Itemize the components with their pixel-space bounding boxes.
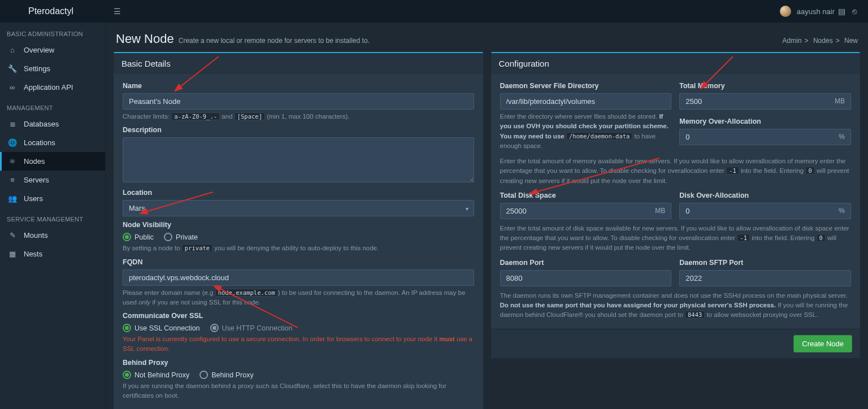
home-icon: ⌂ — [8, 46, 17, 54]
total-disk-label: Total Disk Space — [500, 192, 672, 199]
create-node-button[interactable]: Create Node — [793, 335, 852, 353]
breadcrumb-admin[interactable]: Admin — [783, 37, 802, 45]
name-label: Name — [123, 82, 474, 90]
ssl-warning: Your Panel is currently configured to us… — [123, 334, 474, 354]
description-label: Description — [123, 126, 474, 134]
topbar: Pterodactyl ☰ aayush nair ▤ ⎋ — [0, 0, 868, 23]
breadcrumb-new: New — [844, 37, 858, 45]
basic-details-title: Basic Details — [114, 53, 483, 74]
th-icon: ▦ — [8, 250, 17, 258]
memory-help: Enter the total amount of memory availab… — [500, 156, 852, 186]
sidebar-item-application-api[interactable]: ∞Application API — [0, 78, 105, 97]
avatar — [780, 6, 791, 17]
memory-over-unit: % — [833, 129, 851, 145]
daemon-port-input[interactable] — [500, 270, 672, 286]
sidebar-item-databases[interactable]: ≣Databases — [0, 115, 105, 133]
radio-icon — [123, 324, 131, 332]
daemon-dir-label: Daemon Server File Directory — [500, 82, 672, 90]
sidebar-item-label: Application API — [24, 83, 73, 92]
radio-icon — [123, 233, 131, 241]
fqdn-input[interactable] — [123, 269, 474, 286]
grid-icon[interactable]: ▤ — [835, 7, 849, 16]
link-icon: ∞ — [8, 83, 17, 92]
content: New Node Create a new local or remote no… — [106, 23, 868, 409]
sidebar-section-title: SERVICE MANAGEMENT — [0, 208, 105, 226]
memory-unit: MB — [829, 93, 851, 110]
sidebar: BASIC ADMINISTRATION⌂Overview🔧Settings∞A… — [0, 23, 106, 409]
daemon-port-label: Daemon Port — [500, 259, 672, 267]
sidebar-item-servers[interactable]: ≡Servers — [0, 171, 105, 189]
proxy-help: If you are running the daemon behind a p… — [123, 381, 474, 401]
daemon-dir-help: Enter the directory where server files s… — [500, 112, 672, 151]
sidebar-item-label: Users — [24, 194, 43, 203]
proxy-behind[interactable]: Behind Proxy — [199, 370, 253, 379]
page-title: New Node — [116, 32, 174, 46]
memory-over-label: Memory Over-Allocation — [679, 118, 851, 125]
port-help: The daemon runs its own SFTP management … — [500, 291, 852, 320]
radio-icon — [123, 371, 131, 379]
users-icon: 👥 — [8, 194, 17, 203]
disk-over-input[interactable] — [679, 203, 833, 219]
radio-icon — [210, 324, 219, 332]
database-icon: ≣ — [8, 120, 17, 128]
sidebar-item-label: Nodes — [24, 157, 45, 166]
sidebar-item-mounts[interactable]: ✎Mounts — [0, 226, 105, 245]
server-icon: ≡ — [8, 176, 17, 184]
sftp-port-label: Daemon SFTP Port — [679, 259, 851, 267]
logout-icon[interactable]: ⎋ — [849, 7, 860, 16]
page-subtitle: Create a new local or remote node for se… — [179, 37, 370, 45]
ssl-use-ssl[interactable]: Use SSL Connection — [123, 323, 200, 332]
menu-toggle-icon[interactable]: ☰ — [106, 7, 129, 16]
fqdn-help: Please enter domain name (e.g node.examp… — [123, 288, 474, 308]
sidebar-item-locations[interactable]: 🌐Locations — [0, 133, 105, 152]
total-memory-input[interactable] — [679, 93, 829, 110]
sidebar-section-title: BASIC ADMINISTRATION — [0, 23, 105, 41]
visibility-private[interactable]: Private — [164, 232, 198, 241]
configuration-panel: Configuration Daemon Server File Directo… — [491, 52, 861, 358]
visibility-public[interactable]: Public — [123, 232, 154, 241]
magic-icon: ✎ — [8, 231, 17, 240]
sidebar-item-users[interactable]: 👥Users — [0, 189, 105, 208]
sftp-port-input[interactable] — [679, 270, 851, 286]
disk-over-unit: % — [833, 203, 851, 219]
radio-icon — [199, 371, 208, 379]
sidebar-item-label: Settings — [24, 64, 50, 73]
location-select[interactable]: Mars — [123, 200, 474, 216]
visibility-label: Node Visibility — [123, 221, 474, 229]
sidebar-item-nests[interactable]: ▦Nests — [0, 245, 105, 263]
breadcrumb: Admin> Nodes> New — [783, 37, 858, 45]
sidebar-item-label: Mounts — [24, 231, 48, 240]
sidebar-item-label: Databases — [24, 120, 59, 128]
sidebar-section-title: MANAGEMENT — [0, 97, 105, 115]
description-input[interactable] — [123, 137, 474, 182]
proxy-label: Behind Proxy — [123, 359, 474, 367]
user-name: aayush nair — [797, 7, 835, 16]
name-input[interactable] — [123, 93, 474, 110]
sidebar-item-label: Locations — [24, 138, 55, 147]
sidebar-item-overview[interactable]: ⌂Overview — [0, 41, 105, 59]
fqdn-label: FQDN — [123, 258, 474, 266]
sidebar-item-label: Servers — [24, 176, 49, 184]
radio-icon — [164, 233, 172, 241]
configuration-title: Configuration — [491, 53, 861, 74]
wrench-icon: 🔧 — [8, 64, 17, 73]
globe-icon: 🌐 — [8, 138, 17, 147]
disk-over-label: Disk Over-Allocation — [679, 192, 851, 199]
sidebar-item-label: Nests — [24, 250, 42, 258]
memory-over-input[interactable] — [679, 129, 833, 145]
ssl-use-http: Use HTTP Connection — [210, 323, 293, 332]
total-memory-label: Total Memory — [679, 82, 851, 90]
daemon-dir-input[interactable] — [500, 93, 672, 110]
disk-help: Enter the total amount of disk space ava… — [500, 224, 852, 253]
sidebar-item-nodes[interactable]: ⚛Nodes — [0, 152, 105, 171]
total-disk-input[interactable] — [500, 203, 650, 219]
visibility-help: By setting a node to private you will be… — [123, 243, 474, 253]
breadcrumb-nodes[interactable]: Nodes — [813, 37, 833, 45]
user-menu[interactable]: aayush nair — [780, 6, 835, 17]
location-label: Location — [123, 189, 474, 197]
sitemap-icon: ⚛ — [8, 157, 17, 166]
proxy-not-behind[interactable]: Not Behind Proxy — [123, 370, 189, 379]
sidebar-item-settings[interactable]: 🔧Settings — [0, 59, 105, 78]
name-help: Character limits: a-zA-Z0-9_.- and [Spac… — [123, 112, 474, 121]
disk-unit: MB — [649, 203, 671, 219]
